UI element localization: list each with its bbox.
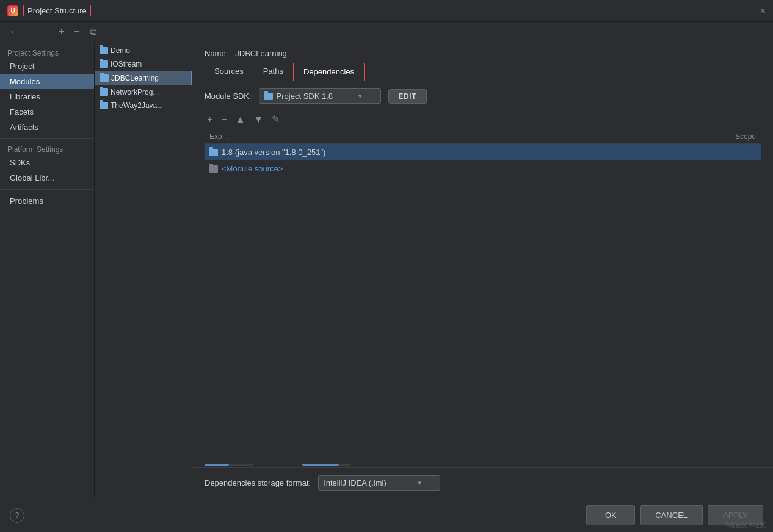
storage-value: IntelliJ IDEA (.iml) <box>324 478 386 487</box>
storage-select[interactable]: IntelliJ IDEA (.iml) ▼ <box>318 475 440 491</box>
scroll-thumb-1 <box>205 464 229 466</box>
module-item-demo[interactable]: Demo <box>95 44 192 57</box>
module-item-jdbclearning[interactable]: JDBCLearning <box>95 71 192 85</box>
tabs-bar: Sources Paths Dependencies <box>192 63 773 81</box>
watermark: ©掘金技术社区 <box>725 521 766 530</box>
sdk-dropdown-arrow-icon: ▼ <box>357 93 363 99</box>
sidebar-item-project[interactable]: Project <box>0 59 94 74</box>
sidebar-item-facets[interactable]: Facets <box>0 104 94 120</box>
deps-table: Exp... Scope 1.8 (java version "1.8.0_25… <box>205 130 761 297</box>
action-bar: ? OK CANCEL APPLY <box>0 498 773 532</box>
back-button[interactable]: ← <box>7 26 21 38</box>
sidebar-item-global-libs[interactable]: Global Libr... <box>0 170 94 185</box>
scroll-thumb-2 <box>302 464 339 466</box>
sdk-folder-icon <box>264 93 273 100</box>
deps-add-button[interactable]: + <box>205 113 215 126</box>
name-label: Name: <box>205 49 228 58</box>
forward-button[interactable]: → <box>26 26 39 38</box>
deps-remove-button[interactable]: − <box>219 113 229 126</box>
scroll-track-2 <box>302 464 351 466</box>
sidebar-item-artifacts[interactable]: Artifacts <box>0 120 94 135</box>
content-spacer <box>192 297 773 464</box>
title-bar: U Project Structure × <box>0 0 773 22</box>
sdk-label: Module SDK: <box>205 92 252 101</box>
content-panel: Name: JDBCLearning Sources Paths Depende… <box>192 41 773 498</box>
col-exp-header: Exp... <box>209 132 683 141</box>
sidebar-divider <box>0 138 94 139</box>
sidebar: Project Settings Project Modules Librari… <box>0 41 95 498</box>
storage-label: Dependencies storage format: <box>205 478 311 487</box>
close-icon[interactable]: × <box>760 5 766 16</box>
storage-row: Dependencies storage format: IntelliJ ID… <box>192 467 773 498</box>
deps-table-header: Exp... Scope <box>205 130 761 144</box>
deps-toolbar: + − ▲ ▼ ✎ <box>192 109 773 130</box>
folder-icon <box>100 47 108 54</box>
deps-down-button[interactable]: ▼ <box>252 113 266 126</box>
sidebar-divider-2 <box>0 189 94 190</box>
platform-settings-label: Platform Settings <box>0 143 94 155</box>
nav-bar: ← → + − ⧉ <box>0 22 773 41</box>
dep-folder-icon <box>209 149 218 156</box>
app-icon: U <box>7 5 18 16</box>
folder-icon <box>100 102 108 109</box>
tab-dependencies[interactable]: Dependencies <box>293 63 365 81</box>
name-value: JDBCLearning <box>235 49 287 58</box>
project-settings-label: Project Settings <box>0 46 94 59</box>
edit-sdk-button[interactable]: EDIT <box>388 89 427 104</box>
module-tree: Demo IOStream JDBCLearning NetworkProg..… <box>95 41 192 498</box>
sidebar-item-libraries[interactable]: Libraries <box>0 89 94 104</box>
nav-copy-button[interactable]: ⧉ <box>87 25 99 38</box>
sdk-row: Module SDK: Project SDK 1.8 ▼ EDIT <box>192 81 773 109</box>
dep-row-jdk[interactable]: 1.8 (java version "1.8.0_251") <box>205 144 761 160</box>
help-button[interactable]: ? <box>10 508 24 523</box>
scroll-track-1 <box>205 464 253 466</box>
tab-paths[interactable]: Paths <box>253 63 293 81</box>
name-row: Name: JDBCLearning <box>192 41 773 63</box>
module-item-networkprog[interactable]: NetworkProg... <box>95 85 192 99</box>
col-scope-header: Scope <box>683 132 756 141</box>
folder-icon <box>100 60 108 68</box>
deps-edit-button[interactable]: ✎ <box>269 112 282 126</box>
module-item-theway2java[interactable]: TheWay2Java... <box>95 99 192 112</box>
sidebar-item-problems[interactable]: Problems <box>0 193 94 209</box>
sdk-select[interactable]: Project SDK 1.8 ▼ <box>259 88 381 104</box>
sdk-value: Project SDK 1.8 <box>277 92 333 101</box>
dep-row-module-source[interactable]: <Module source> <box>205 160 761 177</box>
dep-module-source-label: <Module source> <box>222 164 283 173</box>
sidebar-item-modules[interactable]: Modules <box>0 74 94 89</box>
dep-jdk-label: 1.8 (java version "1.8.0_251") <box>222 148 325 157</box>
ok-button[interactable]: OK <box>586 505 635 525</box>
nav-add-button[interactable]: + <box>56 25 67 38</box>
folder-icon <box>100 74 109 82</box>
sidebar-item-sdks[interactable]: SDKs <box>0 155 94 170</box>
deps-up-button[interactable]: ▲ <box>233 113 248 126</box>
cancel-button[interactable]: CANCEL <box>640 505 703 525</box>
module-item-iostream[interactable]: IOStream <box>95 57 192 71</box>
dialog-title: Project Structure <box>23 5 91 16</box>
dep-module-icon <box>209 165 218 173</box>
folder-icon <box>100 88 108 96</box>
nav-remove-button[interactable]: − <box>71 25 82 38</box>
tab-sources[interactable]: Sources <box>205 63 253 81</box>
storage-dropdown-arrow-icon: ▼ <box>416 480 423 486</box>
